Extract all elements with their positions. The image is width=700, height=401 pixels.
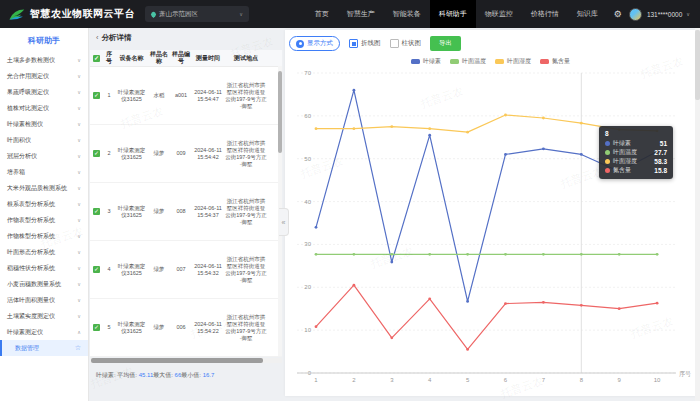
sidebar-item[interactable]: 叶面形态分析系统∨ — [0, 244, 88, 260]
sidebar-item[interactable]: 叶绿素检测仪∨ — [0, 116, 88, 132]
line-chart-checkbox[interactable]: 折线图 — [349, 39, 381, 48]
sidebar-item[interactable]: 土壤多参数检测仪∨ — [0, 52, 88, 68]
data-point — [315, 127, 318, 130]
table-row[interactable]: ✓4叶绿素测定仪31625绿萝0072024-06-11 15:54:32浙江省… — [90, 241, 282, 299]
table-cell: 4 — [103, 266, 115, 273]
legend-swatch-icon — [495, 59, 504, 64]
sidebar-item[interactable]: 土壤紧实度测定仪∨ — [0, 308, 88, 324]
scrollbar-thumb[interactable] — [91, 358, 263, 363]
legend-item[interactable]: 叶面湿度 — [495, 57, 531, 66]
gear-icon[interactable]: ⚙ — [614, 9, 622, 19]
nav-menu-item[interactable]: 首页 — [306, 0, 338, 28]
sidebar-item[interactable]: 根系表型分析系统∨ — [0, 196, 88, 212]
sidebar-item-label: 冠层分析仪 — [7, 152, 37, 161]
checkbox-checked-icon[interactable]: ✓ — [93, 324, 100, 331]
scrollbar-thumb[interactable] — [278, 71, 282, 153]
checkbox-checked-icon[interactable]: ✓ — [93, 208, 100, 215]
data-point — [466, 348, 469, 351]
sidebar-item[interactable]: 小麦亩穗数测量系统∨ — [0, 276, 88, 292]
y-axis-tick-label: 60 — [304, 113, 311, 119]
sidebar-item[interactable]: 活体叶面积测量仪∨ — [0, 292, 88, 308]
checkbox-checked-icon[interactable]: ✓ — [93, 266, 100, 273]
line-chart-label: 折线图 — [361, 39, 381, 48]
sidebar-subitem-active[interactable]: 数据管理☆ — [0, 340, 88, 356]
legend-swatch-icon — [450, 59, 459, 64]
checkbox-checked-icon[interactable]: ✓ — [93, 92, 100, 99]
table-row[interactable]: ✓1叶绿素测定仪31625水稻a0012024-06-11 15:54:47浙江… — [90, 67, 282, 125]
nav-menu-item[interactable]: 科研助手 — [430, 0, 476, 28]
table-cell: 2024-06-11 15:54:47 — [192, 89, 224, 103]
sidebar-item[interactable]: 作物表型分析系统∨ — [0, 212, 88, 228]
data-point — [656, 302, 659, 305]
tooltip-rows: 叶绿素51叶面温度27.7叶面湿度58.3氮含量15.8 — [605, 139, 667, 175]
table-row[interactable]: ✓3叶绿素测定仪31625绿萝0082024-06-11 15:54:37浙江省… — [90, 183, 282, 241]
sidebar-item[interactable]: 培养箱∨ — [0, 164, 88, 180]
sidebar-item[interactable]: 大米外观品质检测系统∨ — [0, 180, 88, 196]
nav-menu-item[interactable]: 物联监控 — [476, 0, 522, 28]
nav-menu-item[interactable]: 智能装备 — [384, 0, 430, 28]
table-row[interactable]: ✓2叶绿素测定仪31625绿萝0092024-06-11 15:54:42浙江省… — [90, 125, 282, 183]
chevron-down-icon: ∨ — [77, 153, 81, 159]
sidebar-item[interactable]: 果蔬呼吸测定仪∨ — [0, 84, 88, 100]
chart-legend: 叶绿素叶面温度叶面湿度氮含量 — [285, 57, 696, 66]
back-arrow-icon[interactable]: ‹ — [96, 33, 99, 42]
sidebar-item-label: 土壤多参数检测仪 — [7, 56, 55, 65]
legend-item[interactable]: 叶面温度 — [450, 57, 486, 66]
table-horizontal-scrollbar[interactable] — [90, 358, 282, 363]
legend-item[interactable]: 氮含量 — [540, 57, 570, 66]
nav-menu-item[interactable]: 智慧生产 — [338, 0, 384, 28]
table-row[interactable]: ✓5叶绿素测定仪31625绿萝0062024-06-11 15:54:22浙江省… — [90, 299, 282, 357]
data-point — [466, 131, 469, 134]
bar-chart-checkbox[interactable]: 柱状图 — [390, 39, 422, 48]
sidebar-item-label: 根系表型分析系统 — [7, 200, 55, 209]
location-select[interactable]: 萧山示范园区 ∨ — [145, 6, 249, 22]
avatar[interactable] — [629, 8, 642, 21]
collapse-panel-handle[interactable]: « — [279, 208, 289, 236]
summary-max-label: 最大值: — [153, 372, 174, 378]
nav-menu-item[interactable]: 价格行情 — [522, 0, 568, 28]
sidebar-item[interactable]: 光合作用测定仪∨ — [0, 68, 88, 84]
tooltip-series-value: 58.3 — [654, 158, 667, 165]
sidebar-item[interactable]: 植株对比测定仪∨ — [0, 100, 88, 116]
x-axis-tick-label: 2 — [352, 377, 356, 383]
sidebar-item[interactable]: 稻穗性状分析系统∨ — [0, 260, 88, 276]
table-cell: 2024-06-11 15:54:42 — [192, 147, 224, 161]
data-point — [618, 307, 621, 310]
page-scrollbar[interactable] — [695, 28, 700, 401]
summary-avg-value: 45.11 — [139, 372, 154, 378]
chevron-down-icon: ∨ — [77, 185, 81, 191]
data-point — [656, 253, 659, 256]
checkbox-checked-icon[interactable]: ✓ — [93, 55, 100, 62]
x-axis-tick-label: 10 — [654, 377, 661, 383]
star-icon[interactable]: ☆ — [75, 344, 81, 352]
nav-menu: 首页智慧生产智能装备科研助手物联监控价格行情知识库 — [306, 0, 607, 28]
sidebar-item[interactable]: 叶绿素测定仪∧ — [0, 324, 88, 340]
export-button[interactable]: 导出 — [430, 36, 461, 51]
sidebar-item[interactable]: 冠层分析仪∨ — [0, 148, 88, 164]
sidebar-item-label: 培养箱 — [7, 168, 25, 177]
sidebar-item[interactable]: 作物株型分析系统∨ — [0, 228, 88, 244]
data-point — [580, 304, 583, 307]
chevron-down-icon: ∨ — [77, 137, 81, 143]
legend-item[interactable]: 叶绿素 — [411, 57, 441, 66]
line-chart[interactable]: 01020304050607012345678910序号 — [285, 68, 696, 396]
checkbox-checked-icon[interactable]: ✓ — [93, 150, 100, 157]
legend-label: 叶面湿度 — [507, 57, 531, 66]
table-cell: 006 — [170, 324, 192, 331]
nav-menu-item[interactable]: 知识库 — [568, 0, 607, 28]
chevron-down-icon: ∨ — [77, 297, 81, 303]
table-cell: 绿萝 — [148, 324, 170, 331]
chevron-down-icon: ∨ — [77, 313, 81, 319]
sidebar-item[interactable]: 叶面积仪∨ — [0, 132, 88, 148]
scrollbar-thumb[interactable] — [695, 30, 700, 100]
nav-username[interactable]: 131****0000 — [647, 11, 682, 18]
y-axis-tick-label: 20 — [304, 284, 311, 290]
table-cell: 绿萝 — [148, 266, 170, 273]
data-point — [390, 336, 393, 339]
display-mode-button[interactable]: 显示方式 — [289, 36, 340, 51]
breadcrumb[interactable]: ‹分析详情 — [96, 33, 132, 43]
bar-chart-label: 柱状图 — [402, 39, 422, 48]
table-header-cell: 样品名称 — [148, 51, 170, 65]
chevron-down-icon: ∨ — [77, 105, 81, 111]
table-cell: 2 — [103, 150, 115, 157]
